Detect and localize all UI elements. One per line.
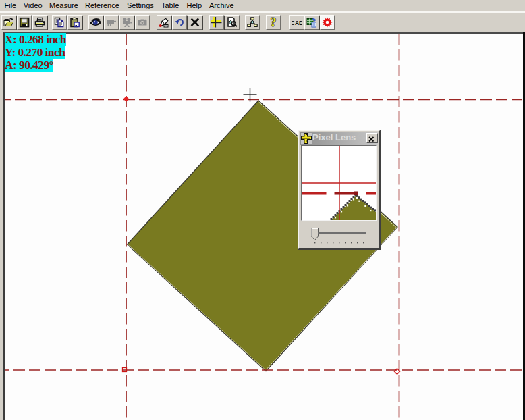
svg-text:?: ? [271,17,277,28]
svg-text:CAD: CAD [292,20,302,26]
